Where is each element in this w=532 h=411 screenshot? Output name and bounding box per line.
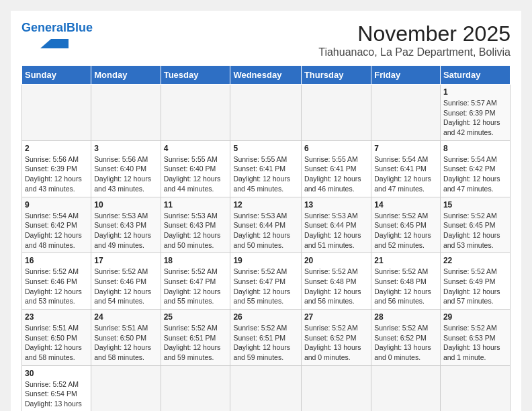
day-number: 8 — [443, 144, 507, 153]
day-info: Sunrise: 5:51 AM Sunset: 6:50 PM Dayligh… — [25, 323, 88, 363]
day-number: 2 — [25, 144, 88, 153]
day-number: 1 — [443, 87, 507, 97]
day-info: Sunrise: 5:53 AM Sunset: 6:43 PM Dayligh… — [94, 211, 157, 250]
calendar-cell — [371, 365, 441, 411]
day-number: 3 — [94, 144, 157, 153]
logo-blue-text: Blue — [66, 21, 93, 34]
col-sunday: Sunday — [22, 66, 91, 85]
day-info: Sunrise: 5:52 AM Sunset: 6:46 PM Dayligh… — [94, 267, 157, 306]
day-info: Sunrise: 5:52 AM Sunset: 6:45 PM Dayligh… — [374, 211, 437, 250]
day-number: 13 — [304, 200, 368, 210]
day-info: Sunrise: 5:52 AM Sunset: 6:53 PM Dayligh… — [443, 323, 507, 363]
day-info: Sunrise: 5:57 AM Sunset: 6:39 PM Dayligh… — [443, 98, 507, 138]
calendar-cell — [301, 85, 371, 141]
day-info: Sunrise: 5:52 AM Sunset: 6:47 PM Dayligh… — [164, 267, 228, 306]
col-friday: Friday — [371, 66, 441, 85]
day-number: 25 — [164, 312, 228, 322]
calendar-cell — [371, 85, 441, 141]
col-saturday: Saturday — [440, 66, 510, 85]
calendar-cell: 9Sunrise: 5:54 AM Sunset: 6:42 PM Daylig… — [22, 197, 91, 253]
calendar-cell: 8Sunrise: 5:54 AM Sunset: 6:42 PM Daylig… — [440, 140, 510, 197]
day-info: Sunrise: 5:53 AM Sunset: 6:44 PM Dayligh… — [233, 211, 298, 250]
day-info: Sunrise: 5:52 AM Sunset: 6:54 PM Dayligh… — [25, 379, 88, 411]
calendar-cell: 13Sunrise: 5:53 AM Sunset: 6:44 PM Dayli… — [301, 197, 371, 253]
calendar-cell — [440, 365, 510, 411]
day-number: 16 — [25, 256, 88, 265]
day-info: Sunrise: 5:52 AM Sunset: 6:46 PM Dayligh… — [25, 267, 88, 306]
calendar-cell: 22Sunrise: 5:52 AM Sunset: 6:49 PM Dayli… — [440, 253, 510, 310]
calendar-cell: 15Sunrise: 5:52 AM Sunset: 6:45 PM Dayli… — [440, 197, 510, 253]
day-info: Sunrise: 5:54 AM Sunset: 6:41 PM Dayligh… — [374, 154, 437, 194]
day-info: Sunrise: 5:52 AM Sunset: 6:47 PM Dayligh… — [233, 267, 298, 306]
logo-text: GeneralBlue — [21, 21, 93, 34]
day-info: Sunrise: 5:52 AM Sunset: 6:52 PM Dayligh… — [374, 323, 437, 363]
day-info: Sunrise: 5:56 AM Sunset: 6:40 PM Dayligh… — [94, 154, 157, 194]
day-info: Sunrise: 5:53 AM Sunset: 6:44 PM Dayligh… — [304, 211, 368, 250]
calendar-cell: 24Sunrise: 5:51 AM Sunset: 6:50 PM Dayli… — [91, 310, 161, 366]
day-number: 11 — [164, 200, 228, 210]
day-info: Sunrise: 5:52 AM Sunset: 6:48 PM Dayligh… — [304, 267, 368, 306]
logo-general: General — [21, 21, 66, 34]
calendar-cell: 16Sunrise: 5:52 AM Sunset: 6:46 PM Dayli… — [22, 253, 91, 310]
day-number: 24 — [94, 312, 157, 322]
calendar-cell — [22, 85, 91, 141]
svg-rect-0 — [51, 39, 69, 48]
calendar-cell — [301, 365, 371, 411]
day-number: 28 — [374, 312, 437, 322]
calendar-cell — [91, 85, 161, 141]
day-number: 15 — [443, 200, 507, 210]
col-tuesday: Tuesday — [161, 66, 230, 85]
calendar-cell: 3Sunrise: 5:56 AM Sunset: 6:40 PM Daylig… — [91, 140, 161, 197]
calendar-table: Sunday Monday Tuesday Wednesday Thursday… — [21, 65, 511, 411]
calendar-cell: 19Sunrise: 5:52 AM Sunset: 6:47 PM Dayli… — [230, 253, 302, 310]
calendar-cell: 18Sunrise: 5:52 AM Sunset: 6:47 PM Dayli… — [161, 253, 230, 310]
day-info: Sunrise: 5:54 AM Sunset: 6:42 PM Dayligh… — [443, 154, 507, 194]
calendar-week-row: 30Sunrise: 5:52 AM Sunset: 6:54 PM Dayli… — [22, 365, 511, 411]
calendar-cell: 29Sunrise: 5:52 AM Sunset: 6:53 PM Dayli… — [440, 310, 510, 366]
calendar-cell: 27Sunrise: 5:52 AM Sunset: 6:52 PM Dayli… — [301, 310, 371, 366]
calendar-cell: 6Sunrise: 5:55 AM Sunset: 6:41 PM Daylig… — [301, 140, 371, 197]
calendar-cell: 2Sunrise: 5:56 AM Sunset: 6:39 PM Daylig… — [22, 140, 91, 197]
col-thursday: Thursday — [301, 66, 371, 85]
calendar-week-row: 9Sunrise: 5:54 AM Sunset: 6:42 PM Daylig… — [22, 197, 511, 253]
page: GeneralBlue November 2025 Tiahuanaco, La… — [11, 11, 521, 411]
calendar-cell — [230, 365, 302, 411]
day-info: Sunrise: 5:52 AM Sunset: 6:49 PM Dayligh… — [443, 267, 507, 306]
col-wednesday: Wednesday — [230, 66, 302, 85]
calendar-cell: 1Sunrise: 5:57 AM Sunset: 6:39 PM Daylig… — [440, 85, 510, 141]
calendar-cell: 12Sunrise: 5:53 AM Sunset: 6:44 PM Dayli… — [230, 197, 302, 253]
calendar-header-row: Sunday Monday Tuesday Wednesday Thursday… — [22, 66, 511, 85]
logo: GeneralBlue — [21, 21, 93, 48]
day-info: Sunrise: 5:55 AM Sunset: 6:41 PM Dayligh… — [304, 154, 368, 194]
calendar-title: November 2025 — [318, 21, 511, 46]
day-info: Sunrise: 5:52 AM Sunset: 6:51 PM Dayligh… — [233, 323, 298, 363]
day-number: 30 — [25, 369, 88, 378]
day-number: 10 — [94, 200, 157, 210]
day-number: 7 — [374, 144, 437, 153]
day-info: Sunrise: 5:56 AM Sunset: 6:39 PM Dayligh… — [25, 154, 88, 194]
day-number: 9 — [25, 200, 88, 210]
day-number: 4 — [164, 144, 228, 153]
calendar-cell: 23Sunrise: 5:51 AM Sunset: 6:50 PM Dayli… — [22, 310, 91, 366]
calendar-cell: 25Sunrise: 5:52 AM Sunset: 6:51 PM Dayli… — [161, 310, 230, 366]
calendar-cell: 7Sunrise: 5:54 AM Sunset: 6:41 PM Daylig… — [371, 140, 441, 197]
calendar-cell: 17Sunrise: 5:52 AM Sunset: 6:46 PM Dayli… — [91, 253, 161, 310]
calendar-cell: 21Sunrise: 5:52 AM Sunset: 6:48 PM Dayli… — [371, 253, 441, 310]
day-info: Sunrise: 5:52 AM Sunset: 6:45 PM Dayligh… — [443, 211, 507, 250]
calendar-week-row: 2Sunrise: 5:56 AM Sunset: 6:39 PM Daylig… — [22, 140, 511, 197]
calendar-cell — [161, 365, 230, 411]
day-number: 29 — [443, 312, 507, 322]
calendar-cell: 30Sunrise: 5:52 AM Sunset: 6:54 PM Dayli… — [22, 365, 91, 411]
header: GeneralBlue November 2025 Tiahuanaco, La… — [21, 21, 511, 58]
day-number: 12 — [233, 200, 298, 210]
calendar-week-row: 16Sunrise: 5:52 AM Sunset: 6:46 PM Dayli… — [22, 253, 511, 310]
col-monday: Monday — [91, 66, 161, 85]
day-info: Sunrise: 5:52 AM Sunset: 6:52 PM Dayligh… — [304, 323, 368, 363]
calendar-cell: 5Sunrise: 5:55 AM Sunset: 6:41 PM Daylig… — [230, 140, 302, 197]
calendar-week-row: 23Sunrise: 5:51 AM Sunset: 6:50 PM Dayli… — [22, 310, 511, 366]
day-number: 27 — [304, 312, 368, 322]
day-number: 18 — [164, 256, 228, 265]
calendar-cell: 14Sunrise: 5:52 AM Sunset: 6:45 PM Dayli… — [371, 197, 441, 253]
calendar-cell: 26Sunrise: 5:52 AM Sunset: 6:51 PM Dayli… — [230, 310, 302, 366]
day-number: 20 — [304, 256, 368, 265]
